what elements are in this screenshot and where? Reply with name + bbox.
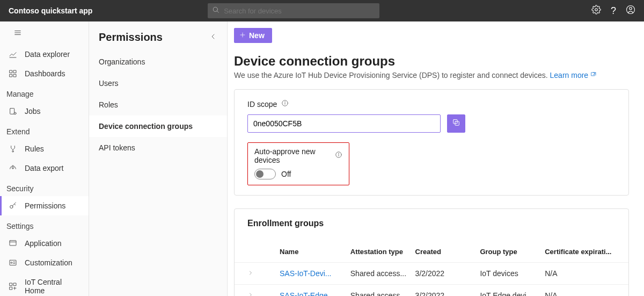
nav-data-explorer[interactable]: Data explorer [0,45,89,64]
page-subtitle: We use the Azure IoT Hub Device Provisio… [234,71,644,80]
subnav-users[interactable]: Users [89,73,227,94]
subnav-api-tokens[interactable]: API tokens [89,137,227,158]
new-button[interactable]: New [234,28,272,43]
rules-icon [9,145,17,153]
svg-point-14 [12,150,14,152]
svg-point-38 [339,153,339,154]
subnav-organizations[interactable]: Organizations [89,51,227,73]
row-grouptype: IoT Edge devi... [480,291,545,296]
external-link-icon [590,71,597,80]
svg-rect-12 [10,109,14,114]
nav-label: Application [25,239,62,248]
export-icon [9,164,17,172]
toggle-state-label: Off [281,170,291,178]
nav-rules[interactable]: Rules [0,139,89,158]
grid-icon [9,69,17,78]
plus-icon [239,31,246,40]
svg-rect-11 [13,74,16,77]
nav-jobs[interactable]: Jobs [0,102,89,121]
row-attestation: Shared access... [350,291,415,296]
nav-section-settings: Settings [0,215,89,234]
svg-rect-22 [10,283,12,286]
subnav-device-connection-groups[interactable]: Device connection groups [89,115,227,137]
row-name-link[interactable]: SAS-IoT-Devi... [280,269,350,278]
nav-label: Data explorer [25,50,70,59]
svg-point-19 [11,262,12,264]
copy-button[interactable] [447,114,465,133]
auto-approve-highlight: Auto-approve new devices Off [247,142,349,185]
svg-rect-8 [10,70,12,73]
nav-label: Dashboards [25,69,65,78]
app-name: Contoso quickstart app [9,6,92,15]
row-created: 3/2/2022 [415,291,480,296]
svg-rect-24 [10,287,12,290]
svg-point-4 [630,8,632,10]
nav-iot-central-home[interactable]: IoT Central Home [0,272,89,296]
id-scope-input[interactable] [247,114,441,133]
id-scope-label: ID scope [247,100,277,109]
nav-section-security: Security [0,178,89,196]
new-button-label: New [249,31,265,40]
search-icon [212,6,219,16]
row-certexp: N/A [545,269,616,278]
enrollment-groups-title: Enrollment groups [247,219,628,228]
nav-permissions[interactable]: Permissions [0,196,89,215]
customize-icon [9,258,17,267]
svg-rect-23 [13,283,16,286]
auto-approve-label: Auto-approve new devices [254,147,331,164]
row-attestation: Shared access... [350,269,415,278]
help-icon[interactable]: ? [611,5,616,17]
svg-line-30 [593,73,596,75]
col-created: Created [415,248,480,256]
nav-dashboards[interactable]: Dashboards [0,64,89,83]
nav-label: IoT Central Home [25,278,80,295]
expand-chevron-icon[interactable] [247,291,280,296]
svg-rect-9 [13,70,16,73]
menu-toggle-icon[interactable] [0,23,89,45]
home-icon [9,282,17,291]
collapse-chevron-icon[interactable] [209,32,217,43]
svg-point-2 [595,9,598,11]
subnav-title: Permissions [99,31,163,44]
auto-approve-toggle[interactable] [254,169,276,179]
search-box[interactable] [208,3,379,18]
svg-rect-10 [10,74,12,77]
enrollment-card: Enrollment groups Name Attestation type … [234,208,629,296]
enrollment-table: Name Attestation type Created Group type… [235,241,628,296]
nav-section-extend: Extend [0,121,89,139]
jobs-icon [9,107,17,115]
col-certexp: Certificate expirati... [545,248,616,256]
nav-section-manage: Manage [0,83,89,102]
learn-more-link[interactable]: Learn more [550,71,597,80]
page-title: Device connection groups [234,54,644,69]
account-icon[interactable] [626,5,635,17]
app-icon [9,239,17,248]
expand-chevron-icon[interactable] [247,269,280,278]
nav-label: Rules [25,145,44,153]
table-row[interactable]: SAS-IoT-Edge... Shared access... 3/2/202… [235,284,628,296]
search-input[interactable] [224,7,379,15]
col-attestation: Attestation type [350,248,415,256]
gear-icon[interactable] [591,5,601,17]
nav-label: Customization [25,258,72,267]
svg-rect-16 [10,241,16,246]
table-row[interactable]: SAS-IoT-Devi... Shared access... 3/2/202… [235,262,628,284]
svg-point-33 [285,102,286,102]
nav-label: Permissions [25,201,65,210]
svg-line-1 [217,11,219,12]
nav-customization[interactable]: Customization [0,253,89,272]
nav-application[interactable]: Application [0,234,89,253]
info-icon[interactable] [335,151,342,161]
row-created: 3/2/2022 [415,269,480,278]
row-name-link[interactable]: SAS-IoT-Edge... [280,291,350,296]
nav-data-export[interactable]: Data export [0,158,89,178]
primary-nav: Data explorer Dashboards Manage Jobs Ext… [0,21,89,296]
main-content: New Device connection groups We use the … [228,21,644,296]
info-icon[interactable] [281,99,289,109]
chart-icon [9,50,17,59]
connection-card: ID scope Auto-approve new devices Off [234,89,629,196]
top-bar: Contoso quickstart app ? [0,0,644,21]
subnav-roles[interactable]: Roles [89,94,227,115]
row-grouptype: IoT devices [480,269,545,278]
copy-icon [452,118,460,129]
